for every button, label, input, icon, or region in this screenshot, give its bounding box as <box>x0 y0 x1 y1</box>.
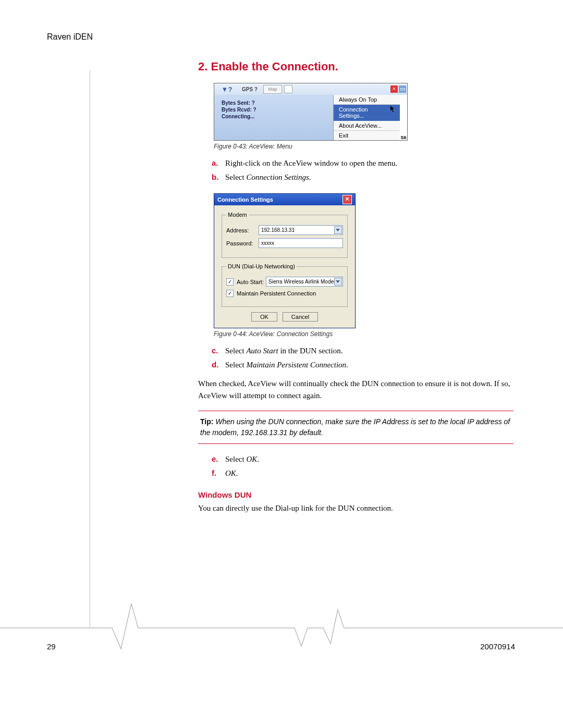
menu-connection-settings[interactable]: Connection Settings... <box>334 105 400 121</box>
step-a: a. Right-click on the AceView window to … <box>212 157 513 169</box>
page-number: 29 <box>47 642 56 651</box>
tip-box: Tip: When using the DUN connection, make… <box>198 411 513 444</box>
step-c-text: Select Auto Start in the DUN section. <box>225 345 513 357</box>
step-f-text: OK. <box>225 467 513 479</box>
auto-start-label: Auto Start: <box>237 279 266 285</box>
figure-43-caption: Figure 0-43: AceView: Menu <box>214 143 513 150</box>
paragraph-when-checked: When checked, AceView will continually c… <box>198 378 513 401</box>
status-panel: Bytes Sent: ? Bytes Rcvd: ? Connecting..… <box>214 95 333 140</box>
menu-always-on-top[interactable]: Always On Top <box>334 95 400 105</box>
connecting-label: Connecting... <box>222 114 326 119</box>
context-menu: Always On Top Connection Settings... Abo… <box>333 95 400 140</box>
ok-button[interactable]: OK <box>251 312 277 322</box>
step-d-text: Select Maintain Persistent Connection. <box>225 359 513 371</box>
figure-44-caption: Figure 0-44: AceView: Connection Setting… <box>214 330 513 338</box>
bytes-rcvd-label: Bytes Rcvd: ? <box>222 107 326 113</box>
step-a-text: Right-click on the AceView window to ope… <box>225 157 513 169</box>
header-title: Raven iDEN <box>47 32 93 42</box>
signal-icon: ▼? <box>215 85 238 93</box>
dun-fieldset: DUN (Dial-Up Networking) ✓ Auto Start: S… <box>222 263 348 307</box>
auto-start-combo[interactable]: Sierra Wireless Airlink Modem <box>266 277 343 287</box>
address-input[interactable]: 192.168.13.31 <box>259 225 343 235</box>
step-c: c. Select Auto Start in the DUN section. <box>212 345 513 357</box>
dun-legend: DUN (Dial-Up Networking) <box>226 263 297 269</box>
right-badge: S6 <box>400 95 407 140</box>
close-icon[interactable]: × <box>342 195 352 204</box>
paragraph-windows-dun: You can directly use the Dial-up link fo… <box>198 502 513 514</box>
checkbox[interactable] <box>284 85 292 93</box>
main-content: 2. Enable the Connection. ▼? GPS ? Map ×… <box>198 60 513 522</box>
figure-connection-settings-dialog: Connection Settings × Modem Address: 192… <box>214 193 356 328</box>
modem-legend: Modem <box>226 212 249 218</box>
auto-start-checkbox[interactable]: ✓ <box>226 278 234 286</box>
margin-rule <box>90 70 90 627</box>
footer-date: 20070914 <box>480 642 515 651</box>
step-e-text: Select OK. <box>225 453 513 465</box>
step-f: f. OK. <box>212 467 513 479</box>
tip-label: Tip: <box>200 417 215 426</box>
password-label: Password: <box>226 240 259 246</box>
step-e: e. Select OK. <box>212 453 513 465</box>
decorative-ecg-line <box>0 599 563 651</box>
step-b-text: Select Connection Settings. <box>225 171 513 183</box>
minimize-icon[interactable]: ▭ <box>399 85 406 93</box>
subheading-windows-dun: Windows DUN <box>198 490 513 499</box>
maintain-persistent-checkbox[interactable]: ✓ <box>226 290 234 297</box>
menu-about-aceview[interactable]: About AceView... <box>334 121 400 131</box>
section-heading: 2. Enable the Connection. <box>198 60 513 73</box>
cancel-button[interactable]: Cancel <box>283 312 318 322</box>
bytes-sent-label: Bytes Sent: ? <box>222 100 326 106</box>
step-d: d. Select Maintain Persistent Connection… <box>212 359 513 371</box>
close-icon[interactable]: × <box>390 85 398 93</box>
step-b: b. Select Connection Settings. <box>212 171 513 183</box>
maintain-persistent-label: Maintain Persistent Connection <box>237 290 316 297</box>
modem-fieldset: Modem Address: 192.168.13.31 Password: x… <box>222 212 348 258</box>
gps-label: GPS ? <box>238 87 261 92</box>
address-label: Address: <box>226 227 259 233</box>
figure-aceview-menu: ▼? GPS ? Map × ▭ Bytes Sent: ? Bytes Rcv… <box>214 83 408 141</box>
password-input[interactable]: xxxxx <box>259 238 343 248</box>
tip-text: When using the DUN connection, make sure… <box>200 417 510 437</box>
menu-exit[interactable]: Exit <box>334 131 400 140</box>
dialog-title: Connection Settings <box>217 196 273 203</box>
map-button[interactable]: Map <box>263 85 282 94</box>
